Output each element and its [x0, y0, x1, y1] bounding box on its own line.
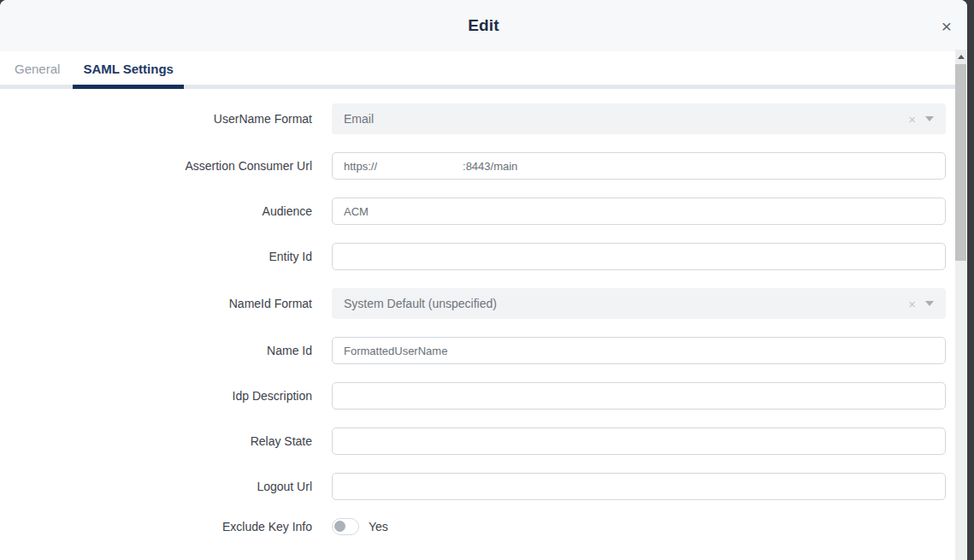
field-control-relay-state — [332, 427, 946, 455]
field-control-audience — [332, 197, 946, 225]
nameid-format-selected-value: System Default (unspecified) — [344, 297, 497, 310]
username-format-select[interactable]: Email× — [332, 103, 946, 134]
field-label-audience: Audience — [0, 204, 312, 218]
assertion-consumer-url-value-prefix: https:// — [344, 160, 377, 173]
tab-bar: General SAML Settings — [0, 51, 967, 89]
form-row-username-format: UserName FormatEmail× — [0, 103, 967, 134]
nameid-format-select[interactable]: System Default (unspecified)× — [332, 288, 946, 319]
clear-icon[interactable]: × — [908, 298, 916, 310]
form-row-idp-description: Idp Description — [0, 382, 967, 410]
field-control-nameid-format: System Default (unspecified)× — [332, 288, 946, 319]
caret-down-icon[interactable] — [925, 116, 934, 121]
form-row-audience: Audience — [0, 197, 967, 225]
scrollbar[interactable] — [955, 50, 966, 560]
caret-down-icon[interactable] — [925, 301, 934, 306]
caret-up-icon — [958, 55, 965, 59]
tab-saml-settings[interactable]: SAML Settings — [83, 51, 174, 89]
clear-icon[interactable]: × — [908, 113, 916, 126]
form-row-relay-state: Relay State — [0, 427, 967, 455]
field-label-assertion-consumer-url: Assertion Consumer Url — [0, 159, 312, 173]
entity-id-input[interactable] — [332, 243, 946, 270]
field-label-nameid-format: NameId Format — [0, 297, 312, 310]
field-label-entity-id: Entity Id — [0, 250, 312, 263]
field-control-username-format: Email× — [332, 103, 946, 134]
assertion-consumer-url-value-suffix: :8443/main — [463, 160, 517, 173]
exclude-key-info-toggle[interactable] — [332, 518, 359, 535]
field-control-exclude-key-info: Yes — [332, 518, 946, 535]
scrollbar-up-button[interactable] — [955, 50, 966, 64]
logout-url-input[interactable] — [332, 473, 946, 500]
field-control-entity-id — [332, 243, 946, 270]
form-content: UserName FormatEmail×Assertion Consumer … — [0, 89, 967, 535]
tab-general[interactable]: General — [15, 51, 60, 89]
idp-description-input[interactable] — [332, 382, 946, 410]
username-format-selected-value: Email — [344, 112, 374, 126]
field-control-idp-description — [332, 382, 946, 410]
field-label-relay-state: Relay State — [0, 434, 312, 448]
form-row-assertion-consumer-url: Assertion Consumer Urlhttps://:8443/main — [0, 152, 967, 180]
scrollbar-thumb[interactable] — [955, 64, 966, 261]
audience-input[interactable] — [332, 197, 946, 225]
redacted-segment — [377, 166, 463, 167]
modal-header: Edit × — [0, 0, 967, 51]
field-label-username-format: UserName Format — [0, 112, 312, 126]
field-label-logout-url: Logout Url — [0, 480, 312, 493]
field-label-idp-description: Idp Description — [0, 389, 312, 403]
relay-state-input[interactable] — [332, 427, 946, 455]
form-row-entity-id: Entity Id — [0, 243, 967, 270]
field-control-assertion-consumer-url: https://:8443/main — [332, 152, 946, 180]
field-control-logout-url — [332, 473, 946, 500]
exclude-key-info-value-label: Yes — [369, 520, 388, 533]
close-icon[interactable]: × — [936, 17, 957, 35]
name-id-input[interactable] — [332, 337, 946, 364]
assertion-consumer-url-input[interactable]: https://:8443/main — [332, 152, 946, 180]
form-fields: UserName FormatEmail×Assertion Consumer … — [0, 103, 967, 535]
field-label-exclude-key-info: Exclude Key Info — [0, 520, 312, 533]
field-label-name-id: Name Id — [0, 344, 312, 357]
modal-title: Edit — [468, 16, 499, 35]
edit-modal: Edit × General SAML Settings UserName Fo… — [0, 0, 967, 560]
field-control-name-id — [332, 337, 946, 364]
form-row-nameid-format: NameId FormatSystem Default (unspecified… — [0, 288, 967, 319]
toggle-knob[interactable] — [334, 521, 345, 532]
form-row-name-id: Name Id — [0, 337, 967, 364]
form-row-logout-url: Logout Url — [0, 473, 967, 500]
form-row-exclude-key-info: Exclude Key InfoYes — [0, 518, 967, 535]
